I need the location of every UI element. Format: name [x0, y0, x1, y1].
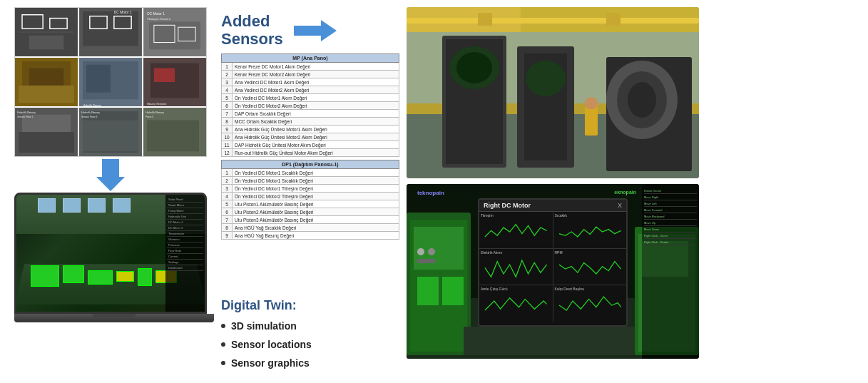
- dt-vr-monitor: Right DC Motor X Titreşim Sıcaklık: [478, 198, 628, 327]
- main-container: Kendi 1 Sıcaklık DC Motor 1: [0, 0, 868, 383]
- right-arrow-icon: [294, 20, 337, 41]
- monitor-close-button[interactable]: X: [618, 202, 622, 209]
- table-row: 12Run-out Hidrolik Güç Ünitesi Motor Akı…: [222, 149, 399, 157]
- dt-sidebar-item-11: Current: [167, 254, 203, 260]
- svg-rect-79: [417, 259, 435, 263]
- sidebar-item-rotate: Rotate Scene: [644, 188, 697, 194]
- sidebar-item-rotate2: Right Click - Rotate: [644, 239, 697, 245]
- brand-label-2: eknopain: [614, 190, 636, 195]
- dt-sidebar-item-9: Pressure: [167, 242, 203, 248]
- factory-photo: [407, 7, 699, 178]
- laptop-container: Solar Panel Smart Meter Pump Motor Hydra…: [14, 193, 207, 328]
- row-text: Ön Yedinci DC Motor1 Akım Değeri: [233, 94, 399, 102]
- dt-sidebar-item-13: Dashboard: [167, 265, 203, 271]
- svg-rect-37: [83, 120, 138, 151]
- brand-label: teknopain: [417, 190, 444, 196]
- sidebar-item-zoom: Right Click - Zoom: [644, 233, 697, 239]
- svg-text:Hidrolik Basınç: Hidrolik Basınç: [81, 111, 100, 114]
- chart-sicaklik-title: Sıcaklık: [555, 213, 626, 218]
- table-row: 7DAP Ortam Sıcaklık Değeri: [222, 110, 399, 118]
- table-row: 6Ön Yedinci DC Motor2 Akım Değeri: [222, 102, 399, 110]
- table-row: 3Ana Yedinci DC Motor1 Akım Değeri: [222, 78, 399, 86]
- chart-elektrik: Elektrik Akımı: [479, 249, 553, 285]
- row-text: Kenar Freze DC Motor1 Akım Değeri: [233, 63, 399, 71]
- laptop-base: [14, 314, 214, 322]
- dt-sidebar-item-3: Pump Motor: [167, 208, 203, 214]
- sidebar-item-move-down: Move Down: [644, 226, 697, 233]
- added-sensors-section: Added Sensors: [221, 11, 399, 50]
- table-row: 5Utu Piston1 Akümülatör Basınç Değeri: [222, 200, 399, 208]
- row-text: MCC Ortam Sıcaklık Değeri: [233, 118, 399, 126]
- table-row: 5Ön Yedinci DC Motor1 Akım Değeri: [222, 94, 399, 102]
- sensor-image-4: [15, 58, 78, 106]
- table-row: 6Utu Piston2 Akümülatör Basınç Değeri: [222, 208, 399, 216]
- monitor-charts: Titreşim Sıcaklık Elektrik A: [479, 212, 626, 322]
- row-num: 9: [222, 232, 233, 240]
- dt-sidebar-item-4: Hydraulic Unit: [167, 214, 203, 220]
- svg-text:Sensörü Piston 1: Sensörü Piston 1: [17, 116, 34, 118]
- svg-rect-29: [19, 132, 74, 153]
- chart-sicaklik: Sıcaklık: [553, 212, 627, 248]
- left-column: Kendi 1 Sıcaklık DC Motor 1: [7, 7, 214, 376]
- monitor-header: Right DC Motor X: [479, 200, 626, 212]
- dt-sidebar-item-12: Settings: [167, 260, 203, 265]
- row-num: 1: [222, 169, 233, 177]
- chart-kalip: Kalıp Devri Başlıra: [553, 285, 627, 322]
- dt-vr-photo: teknopain eknopain Right DC Motor X Titr…: [407, 184, 699, 359]
- row-num: 8: [222, 118, 233, 126]
- bullet-text-2: Sensor locations: [231, 339, 312, 350]
- row-text: Utu Piston3 Akümülatör Basınç Değeri: [233, 216, 399, 224]
- bullet-item-2: Sensor locations: [221, 339, 399, 350]
- bullet-text-1: 3D simulation: [231, 320, 297, 332]
- row-num: 5: [222, 94, 233, 102]
- row-text: Ana Hidrolik Güç Ünitesi Motor2 Akım Değ…: [233, 133, 399, 141]
- row-num: 11: [222, 141, 233, 149]
- chart-amle-title: Amle Çıkış Gücü: [481, 287, 551, 291]
- dt-machine-5: [138, 268, 152, 286]
- svg-text:DC Motor 1: DC Motor 1: [147, 12, 165, 16]
- svg-rect-64: [478, 13, 492, 26]
- sidebar-item-move-right: Move Right: [644, 194, 697, 200]
- dt-sidebar-item-2: Smart Meter: [167, 203, 203, 208]
- bullet-list: 3D simulation Sensor locations Sensor gr…: [221, 320, 399, 369]
- row-text: Ana HGÜ Yağ Sıcaklık Değeri: [233, 224, 399, 232]
- dt-machine-3: [88, 270, 113, 285]
- table-row: 8MCC Ortam Sıcaklık Değeri: [222, 118, 399, 126]
- laptop-notch: [93, 314, 136, 318]
- table-row: 11DAP Hidrolik Güç Ünitesi Motor Akım De…: [222, 141, 399, 149]
- svg-rect-22: [86, 65, 111, 93]
- sensor-image-1: Kendi 1 Sıcaklık: [15, 8, 78, 56]
- monitor-title: Right DC Motor: [484, 202, 531, 209]
- table-row: 4Ana Yedinci DC Motor2 Akım Değeri: [222, 86, 399, 94]
- row-text: DAP Hidrolik Güç Ünitesi Motor Akım Değe…: [233, 141, 399, 149]
- svg-text:Hidrolik Basınç: Hidrolik Basınç: [17, 111, 36, 114]
- table-row: 7Utu Piston3 Akümülatör Basınç Değeri: [222, 216, 399, 224]
- chart-elektrik-title: Elektrik Akımı: [481, 250, 551, 255]
- row-num: 5: [222, 200, 233, 208]
- table-row: 8Ana HGÜ Yağ Sıcaklık Değeri: [222, 224, 399, 232]
- row-num: 3: [222, 185, 233, 193]
- svg-rect-77: [417, 248, 424, 255]
- digital-twin-title: Digital Twin:: [221, 298, 399, 313]
- svg-text:DC Motor 1: DC Motor 1: [114, 11, 132, 14]
- row-text: Ön Yedinci DC Motor2 Titreşim Değeri: [233, 193, 399, 200]
- svg-point-61: [585, 97, 598, 110]
- svg-rect-78: [428, 248, 435, 255]
- svg-text:Vibrasyon Sensörü: Vibrasyon Sensörü: [147, 17, 170, 21]
- digital-twin-scene: Solar Panel Smart Meter Pump Motor Hydra…: [16, 195, 205, 312]
- mp-table-header: MP (Ana Pano): [222, 54, 399, 63]
- laptop-screen-inner: Solar Panel Smart Meter Pump Motor Hydra…: [16, 195, 205, 312]
- row-text: Run-out Hidrolik Güç Ünitesi Motor Akım …: [233, 149, 399, 157]
- table-row: 2Kenar Freze DC Motor2 Akım Değeri: [222, 71, 399, 78]
- row-num: 4: [222, 193, 233, 200]
- row-num: 9: [222, 126, 233, 133]
- row-text: Ana Yedinci DC Motor2 Akım Değeri: [233, 86, 399, 94]
- row-num: 7: [222, 110, 233, 118]
- sensor-image-8: Hidrolik Basınç Sensörü Piston 2: [79, 108, 142, 156]
- row-num: 3: [222, 78, 233, 86]
- dp1-table-header: DP1 (Dağıtım Panosu-1): [222, 160, 399, 169]
- dt-machine-1: [31, 265, 59, 287]
- right-column: teknopain eknopain Right DC Motor X Titr…: [407, 7, 699, 376]
- table-row: 4Ön Yedinci DC Motor2 Titreşim Değeri: [222, 193, 399, 200]
- svg-rect-65: [606, 13, 621, 26]
